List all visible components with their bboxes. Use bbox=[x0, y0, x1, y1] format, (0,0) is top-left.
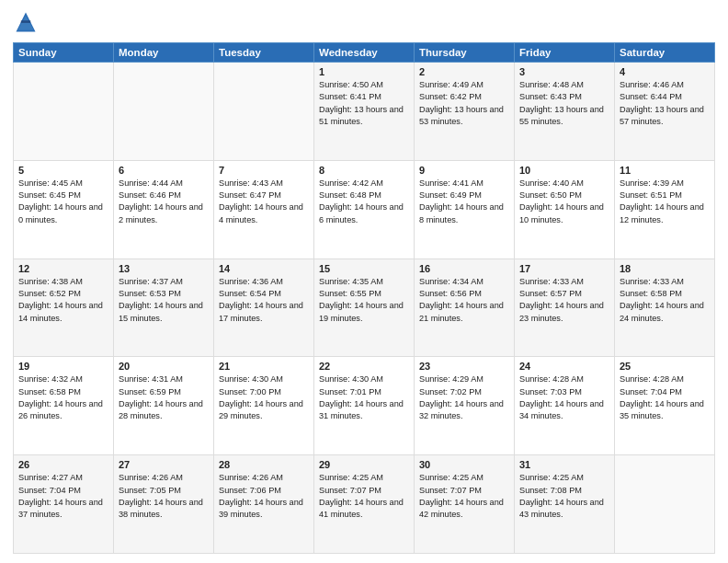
day-info: Sunrise: 4:25 AMSunset: 7:07 PMDaylight:… bbox=[419, 472, 509, 521]
calendar-day-cell: 20Sunrise: 4:31 AMSunset: 6:59 PMDayligh… bbox=[114, 357, 214, 455]
day-number: 27 bbox=[119, 459, 209, 470]
calendar-day-cell bbox=[214, 63, 314, 161]
calendar-day-cell: 16Sunrise: 4:34 AMSunset: 6:56 PMDayligh… bbox=[415, 259, 515, 357]
calendar-day-cell: 15Sunrise: 4:35 AMSunset: 6:55 PMDayligh… bbox=[314, 259, 415, 357]
day-number: 11 bbox=[620, 165, 710, 176]
svg-rect-2 bbox=[21, 20, 31, 23]
weekday-header: Tuesday bbox=[214, 43, 314, 63]
calendar-day-cell: 26Sunrise: 4:27 AMSunset: 7:04 PMDayligh… bbox=[14, 455, 114, 554]
calendar-day-cell: 29Sunrise: 4:25 AMSunset: 7:07 PMDayligh… bbox=[314, 455, 415, 554]
day-number: 28 bbox=[219, 459, 309, 470]
calendar-day-cell: 4Sunrise: 4:46 AMSunset: 6:44 PMDaylight… bbox=[615, 63, 715, 161]
day-number: 31 bbox=[519, 459, 609, 470]
calendar-day-cell: 27Sunrise: 4:26 AMSunset: 7:05 PMDayligh… bbox=[114, 455, 214, 554]
day-number: 18 bbox=[620, 263, 710, 274]
day-number: 7 bbox=[219, 165, 309, 176]
calendar-day-cell: 14Sunrise: 4:36 AMSunset: 6:54 PMDayligh… bbox=[214, 259, 314, 357]
calendar-day-cell: 8Sunrise: 4:42 AMSunset: 6:48 PMDaylight… bbox=[314, 160, 415, 259]
day-info: Sunrise: 4:40 AMSunset: 6:50 PMDaylight:… bbox=[519, 178, 609, 226]
day-info: Sunrise: 4:25 AMSunset: 7:08 PMDaylight:… bbox=[519, 472, 609, 521]
day-info: Sunrise: 4:48 AMSunset: 6:43 PMDaylight:… bbox=[519, 79, 609, 128]
day-number: 29 bbox=[319, 459, 409, 470]
calendar-table: SundayMondayTuesdayWednesdayThursdayFrid… bbox=[13, 42, 715, 554]
day-info: Sunrise: 4:50 AMSunset: 6:41 PMDaylight:… bbox=[319, 79, 409, 128]
calendar-day-cell: 17Sunrise: 4:33 AMSunset: 6:57 PMDayligh… bbox=[515, 259, 615, 357]
calendar-day-cell: 19Sunrise: 4:32 AMSunset: 6:58 PMDayligh… bbox=[14, 357, 114, 455]
day-info: Sunrise: 4:28 AMSunset: 7:03 PMDaylight:… bbox=[519, 373, 609, 422]
calendar-day-cell: 5Sunrise: 4:45 AMSunset: 6:45 PMDaylight… bbox=[14, 160, 114, 259]
page: SundayMondayTuesdayWednesdayThursdayFrid… bbox=[0, 0, 728, 563]
day-info: Sunrise: 4:33 AMSunset: 6:58 PMDaylight:… bbox=[620, 276, 710, 325]
day-info: Sunrise: 4:30 AMSunset: 7:00 PMDaylight:… bbox=[219, 373, 309, 422]
calendar-day-cell: 12Sunrise: 4:38 AMSunset: 6:52 PMDayligh… bbox=[14, 259, 114, 357]
calendar-header-row: SundayMondayTuesdayWednesdayThursdayFrid… bbox=[14, 43, 715, 63]
day-number: 10 bbox=[519, 165, 609, 176]
calendar-day-cell: 9Sunrise: 4:41 AMSunset: 6:49 PMDaylight… bbox=[415, 160, 515, 259]
header bbox=[13, 9, 715, 35]
day-number: 2 bbox=[419, 66, 509, 77]
calendar-day-cell: 2Sunrise: 4:49 AMSunset: 6:42 PMDaylight… bbox=[415, 63, 515, 161]
day-info: Sunrise: 4:35 AMSunset: 6:55 PMDaylight:… bbox=[319, 276, 409, 325]
day-info: Sunrise: 4:25 AMSunset: 7:07 PMDaylight:… bbox=[319, 472, 409, 521]
calendar-day-cell: 18Sunrise: 4:33 AMSunset: 6:58 PMDayligh… bbox=[615, 259, 715, 357]
calendar-day-cell: 25Sunrise: 4:28 AMSunset: 7:04 PMDayligh… bbox=[615, 357, 715, 455]
day-number: 14 bbox=[219, 263, 309, 274]
day-info: Sunrise: 4:49 AMSunset: 6:42 PMDaylight:… bbox=[419, 79, 509, 128]
calendar-day-cell: 1Sunrise: 4:50 AMSunset: 6:41 PMDaylight… bbox=[314, 63, 415, 161]
day-info: Sunrise: 4:32 AMSunset: 6:58 PMDaylight:… bbox=[18, 373, 108, 422]
calendar-week-row: 26Sunrise: 4:27 AMSunset: 7:04 PMDayligh… bbox=[14, 455, 715, 554]
calendar-day-cell: 31Sunrise: 4:25 AMSunset: 7:08 PMDayligh… bbox=[515, 455, 615, 554]
day-info: Sunrise: 4:37 AMSunset: 6:53 PMDaylight:… bbox=[119, 276, 209, 325]
calendar-day-cell: 24Sunrise: 4:28 AMSunset: 7:03 PMDayligh… bbox=[515, 357, 615, 455]
calendar-day-cell bbox=[114, 63, 214, 161]
day-info: Sunrise: 4:33 AMSunset: 6:57 PMDaylight:… bbox=[519, 276, 609, 325]
day-info: Sunrise: 4:39 AMSunset: 6:51 PMDaylight:… bbox=[620, 178, 710, 226]
day-number: 3 bbox=[519, 66, 609, 77]
weekday-header: Saturday bbox=[615, 43, 715, 63]
calendar-day-cell: 21Sunrise: 4:30 AMSunset: 7:00 PMDayligh… bbox=[214, 357, 314, 455]
calendar-day-cell: 10Sunrise: 4:40 AMSunset: 6:50 PMDayligh… bbox=[515, 160, 615, 259]
day-number: 30 bbox=[419, 459, 509, 470]
day-info: Sunrise: 4:27 AMSunset: 7:04 PMDaylight:… bbox=[18, 472, 108, 521]
day-info: Sunrise: 4:46 AMSunset: 6:44 PMDaylight:… bbox=[620, 79, 710, 128]
day-info: Sunrise: 4:26 AMSunset: 7:06 PMDaylight:… bbox=[219, 472, 309, 521]
weekday-header: Sunday bbox=[14, 43, 114, 63]
weekday-header: Wednesday bbox=[314, 43, 415, 63]
day-number: 26 bbox=[18, 459, 108, 470]
day-number: 15 bbox=[319, 263, 409, 274]
day-number: 17 bbox=[519, 263, 609, 274]
calendar-day-cell: 6Sunrise: 4:44 AMSunset: 6:46 PMDaylight… bbox=[114, 160, 214, 259]
day-number: 6 bbox=[119, 165, 209, 176]
day-info: Sunrise: 4:43 AMSunset: 6:47 PMDaylight:… bbox=[219, 178, 309, 226]
day-number: 20 bbox=[119, 361, 209, 372]
day-number: 8 bbox=[319, 165, 409, 176]
weekday-header: Monday bbox=[114, 43, 214, 63]
day-number: 25 bbox=[620, 361, 710, 372]
calendar-day-cell bbox=[615, 455, 715, 554]
day-number: 16 bbox=[419, 263, 509, 274]
day-number: 19 bbox=[18, 361, 108, 372]
logo-icon bbox=[13, 9, 39, 35]
day-number: 23 bbox=[419, 361, 509, 372]
day-info: Sunrise: 4:29 AMSunset: 7:02 PMDaylight:… bbox=[419, 373, 509, 422]
weekday-header: Friday bbox=[515, 43, 615, 63]
day-info: Sunrise: 4:28 AMSunset: 7:04 PMDaylight:… bbox=[620, 373, 710, 422]
day-number: 24 bbox=[519, 361, 609, 372]
calendar-week-row: 5Sunrise: 4:45 AMSunset: 6:45 PMDaylight… bbox=[14, 160, 715, 259]
day-info: Sunrise: 4:30 AMSunset: 7:01 PMDaylight:… bbox=[319, 373, 409, 422]
day-info: Sunrise: 4:36 AMSunset: 6:54 PMDaylight:… bbox=[219, 276, 309, 325]
day-info: Sunrise: 4:44 AMSunset: 6:46 PMDaylight:… bbox=[119, 178, 209, 226]
calendar-day-cell bbox=[14, 63, 114, 161]
calendar-day-cell: 11Sunrise: 4:39 AMSunset: 6:51 PMDayligh… bbox=[615, 160, 715, 259]
calendar-day-cell: 22Sunrise: 4:30 AMSunset: 7:01 PMDayligh… bbox=[314, 357, 415, 455]
calendar-week-row: 1Sunrise: 4:50 AMSunset: 6:41 PMDaylight… bbox=[14, 63, 715, 161]
day-number: 1 bbox=[319, 66, 409, 77]
weekday-header: Thursday bbox=[415, 43, 515, 63]
calendar-day-cell: 28Sunrise: 4:26 AMSunset: 7:06 PMDayligh… bbox=[214, 455, 314, 554]
day-info: Sunrise: 4:26 AMSunset: 7:05 PMDaylight:… bbox=[119, 472, 209, 521]
day-info: Sunrise: 4:41 AMSunset: 6:49 PMDaylight:… bbox=[419, 178, 509, 226]
calendar-day-cell: 3Sunrise: 4:48 AMSunset: 6:43 PMDaylight… bbox=[515, 63, 615, 161]
calendar-day-cell: 7Sunrise: 4:43 AMSunset: 6:47 PMDaylight… bbox=[214, 160, 314, 259]
day-number: 4 bbox=[620, 66, 710, 77]
logo bbox=[13, 9, 42, 35]
